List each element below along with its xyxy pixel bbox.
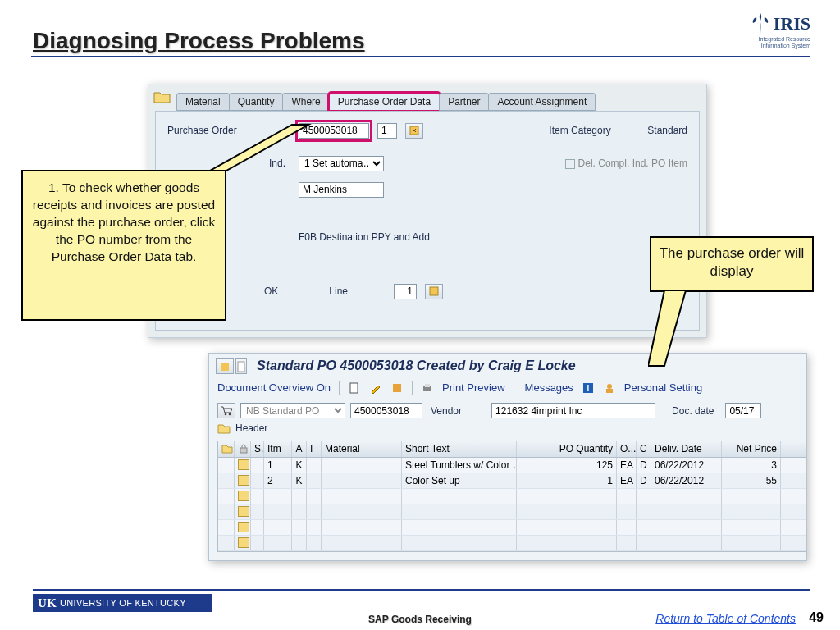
callout-1: 1. To check whether goods receipts and i… — [21, 170, 226, 321]
doc-date-label: Doc. date — [672, 405, 714, 417]
cart-icon[interactable] — [217, 403, 235, 418]
svg-rect-12 — [606, 389, 613, 393]
panel2-title-icons — [216, 358, 247, 374]
svg-rect-8 — [425, 384, 430, 387]
tab-strip: Material Quantity Where Purchase Order D… — [176, 93, 595, 111]
ok-label: OK — [264, 285, 278, 297]
tab-partner[interactable]: Partner — [439, 93, 489, 111]
grid-row-empty — [218, 504, 806, 520]
iris-flower-icon — [749, 11, 772, 36]
grid-row-empty — [218, 489, 806, 504]
iris-subtitle-1: Integrated Resource — [749, 36, 810, 43]
svg-rect-15 — [240, 448, 247, 453]
callout-2: The purchase order will display — [650, 236, 814, 292]
sap-panel-po-display: Standard PO 4500053018 Created by Craig … — [208, 353, 807, 561]
tab-account-assignment[interactable]: Account Assignment — [488, 93, 596, 111]
col-status[interactable]: S.. — [251, 441, 264, 457]
new-doc-icon[interactable] — [348, 381, 361, 395]
fob-text: F0B Destination PPY and Add — [299, 231, 430, 243]
svg-rect-4 — [238, 362, 244, 372]
po-number-field[interactable] — [350, 403, 422, 418]
tab-material[interactable]: Material — [176, 93, 230, 111]
print-preview-link[interactable]: Print Preview — [442, 381, 505, 394]
print-icon[interactable] — [421, 381, 434, 395]
col-material[interactable]: Material — [322, 441, 402, 457]
item-category-label: Item Category — [549, 125, 639, 136]
grid-expand-icon[interactable] — [221, 443, 233, 454]
tab-purchase-order-data[interactable]: Purchase Order Data — [329, 93, 440, 111]
doc-overview-on-link[interactable]: Document Overview On — [217, 381, 331, 394]
svg-rect-6 — [393, 384, 401, 392]
svg-rect-3 — [221, 363, 229, 371]
return-to-toc-link[interactable]: Return to Table of Contents — [655, 612, 796, 625]
svg-rect-5 — [350, 383, 358, 393]
svg-point-13 — [225, 413, 227, 415]
toolbar-divider — [412, 381, 413, 395]
slide-title: Diagnosing Process Problems — [33, 28, 365, 54]
po-item-input[interactable] — [377, 123, 397, 139]
doc-type-select[interactable]: NB Standard PO — [240, 403, 345, 418]
info-icon[interactable]: i — [582, 381, 595, 395]
po-toolbar: Document Overview On Print Preview Messa… — [217, 380, 798, 399]
title-icon-2[interactable] — [235, 358, 247, 374]
svg-rect-0 — [430, 287, 438, 295]
messages-link[interactable]: Messages — [525, 381, 573, 394]
col-c[interactable]: C — [637, 441, 651, 457]
col-a[interactable]: A — [292, 441, 307, 457]
col-po-quantity[interactable]: PO Quantity — [517, 441, 617, 457]
item-category-value: Standard — [647, 125, 687, 136]
line-label: Line — [329, 285, 348, 297]
col-deliv-date[interactable]: Deliv. Date — [651, 441, 722, 457]
col-i[interactable]: I — [307, 441, 322, 457]
grid-row-empty — [218, 520, 806, 536]
grid-row-empty — [218, 536, 806, 551]
title-icon-1[interactable] — [216, 358, 234, 374]
callout-2-pointer — [648, 290, 689, 368]
po-window-title: Standard PO 4500053018 Created by Craig … — [257, 358, 576, 373]
page-number: 49 — [809, 610, 824, 625]
svg-point-11 — [607, 384, 612, 389]
col-itm[interactable]: Itm — [264, 441, 292, 457]
po-items-grid: S.. Itm A I Material Short Text PO Quant… — [217, 441, 806, 552]
row-folder-icon — [238, 459, 249, 470]
grid-row[interactable]: 1 K Steel Tumblers w/ Color … 125 EA D 0… — [218, 458, 806, 473]
col-short-text[interactable]: Short Text — [402, 441, 517, 457]
svg-text:i: i — [587, 384, 589, 393]
vendor-label: Vendor — [431, 405, 462, 417]
line-input[interactable] — [394, 284, 417, 299]
col-oun[interactable]: O... — [617, 441, 637, 457]
lock-column-icon — [238, 443, 249, 454]
title-rule — [31, 56, 810, 57]
row-folder-icon — [238, 475, 249, 486]
tab-quantity[interactable]: Quantity — [229, 93, 284, 111]
iris-subtitle-2: Information System — [749, 43, 810, 49]
iris-logo: IRIS Integrated Resource Information Sys… — [749, 11, 810, 48]
vendor-field[interactable] — [491, 403, 655, 418]
folder-open-icon[interactable] — [153, 89, 171, 104]
iris-text: IRIS — [774, 13, 810, 34]
edit-icon[interactable] — [369, 381, 382, 395]
po-display-icon[interactable] — [405, 123, 423, 139]
grid-row[interactable]: 2 K Color Set up 1 EA D 06/22/2012 55 — [218, 473, 806, 489]
doc-date-field[interactable] — [725, 403, 761, 418]
svg-marker-2 — [648, 290, 686, 366]
sap-panel-po-data: Material Quantity Where Purchase Order D… — [148, 84, 707, 338]
toolbar-divider — [339, 381, 340, 395]
other-doc-icon[interactable] — [390, 381, 404, 395]
header-expand-icon[interactable] — [217, 422, 231, 434]
svg-point-14 — [229, 413, 231, 415]
col-net-price[interactable]: Net Price — [722, 441, 781, 457]
requisitioner-input[interactable] — [299, 182, 384, 198]
header-label: Header — [235, 422, 267, 434]
del-compl-checkbox[interactable]: Del. Compl. Ind. PO Item — [565, 158, 687, 169]
line-search-icon[interactable] — [425, 284, 443, 299]
personal-setting-link[interactable]: Personal Setting — [624, 381, 702, 394]
uk-badge: UKUNIVERSITY OF KENTUCKY — [33, 594, 212, 612]
tab-where[interactable]: Where — [282, 93, 329, 111]
grid-header: S.. Itm A I Material Short Text PO Quant… — [218, 441, 806, 458]
personal-setting-icon[interactable] — [603, 381, 616, 395]
